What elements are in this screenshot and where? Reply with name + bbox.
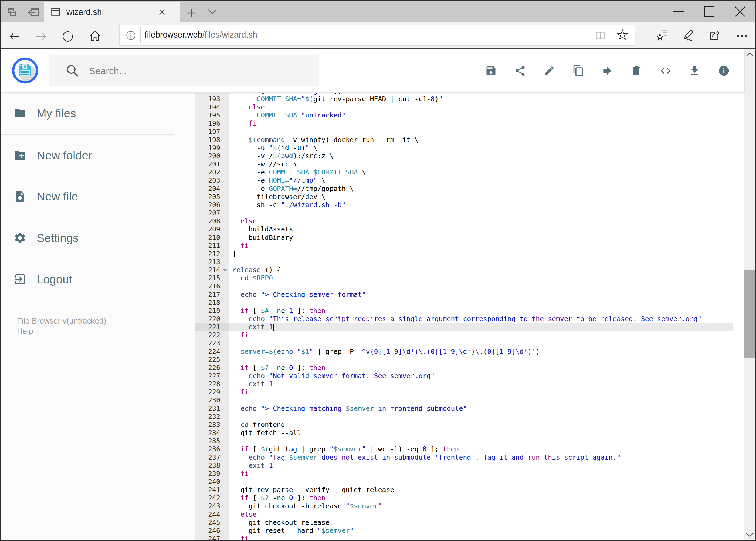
- code-line[interactable]: if [ $? -ne 0 ]; then: [232, 494, 326, 502]
- code-line[interactable]: cd frontend: [232, 421, 285, 429]
- code-line[interactable]: -e COMMIT_SHA=$COMMIT_SHA \: [232, 168, 366, 177]
- line-number: 205: [195, 193, 220, 201]
- favorites-hub-icon[interactable]: [656, 30, 668, 41]
- maximize-button[interactable]: [704, 6, 714, 17]
- code-line[interactable]: $(command -v winpty) docker run --rm -it…: [232, 136, 418, 144]
- code-line[interactable]: exit 1: [232, 462, 273, 470]
- browser-tab[interactable]: wizard.sh: [44, 2, 180, 22]
- line-number: 220: [195, 315, 220, 323]
- new-tab-icon[interactable]: [186, 8, 196, 18]
- note-add-icon: [14, 190, 26, 203]
- minimize-button[interactable]: [673, 11, 684, 12]
- scroll-up-icon[interactable]: [745, 52, 754, 57]
- scroll-down-icon[interactable]: [745, 532, 754, 537]
- code-line[interactable]: fi: [232, 331, 249, 339]
- code-line[interactable]: echo "This release script requires a sin…: [232, 315, 701, 323]
- tab-list-chevron-icon[interactable]: [207, 9, 217, 15]
- code-line[interactable]: exit 1: [232, 323, 273, 331]
- code-line[interactable]: release () {: [232, 266, 281, 274]
- code-line[interactable]: echo "> Checking semver format": [232, 290, 366, 299]
- fold-widget-icon[interactable]: [223, 269, 227, 272]
- code-line[interactable]: sh -c "./wizard.sh -b": [232, 201, 346, 209]
- browser-tab-bar: wizard.sh: [0, 0, 756, 22]
- code-line[interactable]: git rev-parse --verify --quiet release: [232, 486, 394, 494]
- code-line[interactable]: semver=$(echo "$1" | grep -P '^v(0|[1-9]…: [232, 347, 540, 356]
- browser-address-bar: filebrowser.web/files/wizard.sh: [0, 22, 756, 48]
- search-box[interactable]: Search...: [49, 55, 319, 86]
- rename-icon[interactable]: [543, 65, 555, 77]
- code-line[interactable]: -e HOME="//tmp" \: [232, 176, 326, 185]
- code-line[interactable]: fi: [232, 242, 249, 250]
- code-line[interactable]: if [ $? -ne 0 ]; then: [232, 364, 326, 372]
- code-line[interactable]: filebrowser/dev \: [232, 193, 326, 201]
- code-line[interactable]: git checkout release: [232, 519, 330, 527]
- code-line[interactable]: else: [232, 217, 257, 226]
- window-border-left: [0, 0, 1, 541]
- forward-icon[interactable]: [35, 31, 47, 42]
- raw-code-icon[interactable]: [660, 65, 671, 77]
- set-tabs-aside-icon[interactable]: [26, 7, 39, 18]
- code-line[interactable]: -u "$(id -u)" \: [232, 144, 317, 152]
- sidebar-item-settings[interactable]: Settings: [0, 232, 195, 245]
- code-line[interactable]: fi: [232, 388, 249, 396]
- share-icon[interactable]: [709, 29, 721, 41]
- line-number: 239: [195, 470, 220, 478]
- download-icon[interactable]: [689, 65, 701, 77]
- code-line[interactable]: cd $REPO: [232, 274, 273, 282]
- copy-icon[interactable]: [573, 65, 584, 77]
- code-line[interactable]: if [ $(git tag | grep "$semver" | wc -l)…: [232, 445, 459, 453]
- info-icon[interactable]: [718, 65, 730, 77]
- code-line[interactable]: buildBinary: [232, 234, 293, 242]
- scrollbar-thumb[interactable]: [744, 270, 755, 358]
- site-info-icon[interactable]: [126, 30, 136, 41]
- code-editor[interactable]: 192 if [ -d "$REPO/.git" ]; then193 COMM…: [195, 93, 744, 540]
- sidebar-item-new-folder[interactable]: New folder: [0, 149, 195, 162]
- sidebar-item-logout[interactable]: Logout: [0, 273, 195, 286]
- code-line[interactable]: echo "> Checking matching $semver in fro…: [232, 405, 467, 413]
- code-line[interactable]: git reset --hard "$semver": [232, 527, 354, 535]
- help-link[interactable]: Help: [17, 326, 33, 336]
- line-number: 247: [195, 535, 220, 540]
- code-line[interactable]: buildAssets: [232, 225, 293, 234]
- close-window-button[interactable]: [734, 6, 746, 17]
- add-favorite-star-icon[interactable]: [617, 29, 628, 41]
- code-line[interactable]: -e GOPATH=//tmp/gopath \: [232, 185, 354, 193]
- share-file-icon[interactable]: [514, 65, 526, 77]
- code-line[interactable]: exit 1: [232, 380, 273, 388]
- line-number: 218: [195, 299, 220, 307]
- code-line[interactable]: COMMIT_SHA="$(git rev-parse HEAD | cut -…: [232, 95, 443, 104]
- code-line[interactable]: echo "Tag $semver does not exist in subm…: [232, 453, 621, 462]
- back-icon[interactable]: [9, 31, 20, 42]
- code-line[interactable]: fi: [232, 535, 249, 540]
- code-line[interactable]: git fetch --all: [232, 429, 301, 437]
- code-line[interactable]: fi: [232, 470, 249, 478]
- reading-view-icon[interactable]: [595, 31, 606, 40]
- filebrowser-logo[interactable]: [12, 57, 38, 84]
- home-icon[interactable]: [89, 30, 101, 42]
- code-line[interactable]: -w //src \: [232, 160, 297, 169]
- code-line[interactable]: echo "Not valid semver format. See semve…: [232, 372, 434, 380]
- page-scrollbar[interactable]: [744, 49, 755, 540]
- code-line[interactable]: else: [232, 103, 265, 112]
- line-number: 194: [195, 103, 220, 112]
- sidebar-item-my-files[interactable]: My files: [0, 107, 195, 120]
- url-text[interactable]: filebrowser.web/files/wizard.sh: [145, 25, 257, 46]
- line-number: 216: [195, 282, 220, 290]
- code-line[interactable]: }: [232, 250, 236, 258]
- code-line[interactable]: fi: [232, 119, 257, 128]
- sidebar-item-new-file[interactable]: New file: [0, 190, 195, 203]
- settings-more-icon[interactable]: [737, 34, 747, 38]
- code-line[interactable]: if [ $# -ne 1 ]; then: [232, 307, 326, 315]
- code-line[interactable]: git checkout -b release "$semver": [232, 502, 382, 510]
- web-notes-pen-icon[interactable]: [683, 29, 694, 41]
- move-icon[interactable]: [601, 65, 613, 77]
- refresh-icon[interactable]: [62, 30, 74, 43]
- tab-preview-icon[interactable]: [6, 7, 17, 18]
- logout-icon: [14, 273, 26, 286]
- save-icon[interactable]: [485, 65, 497, 77]
- close-tab-icon[interactable]: [158, 8, 166, 16]
- code-line[interactable]: else: [232, 510, 257, 519]
- code-line[interactable]: -v /$(pwd):/src:z \: [232, 152, 334, 161]
- code-line[interactable]: COMMIT_SHA="untracked": [232, 111, 346, 120]
- delete-icon[interactable]: [630, 65, 642, 77]
